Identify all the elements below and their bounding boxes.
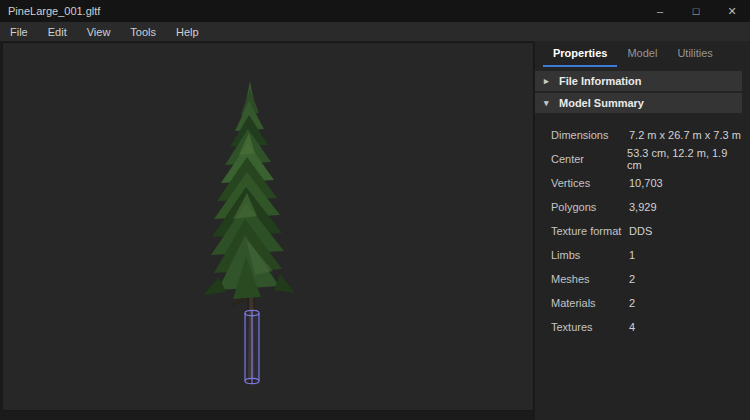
row-meshes: Meshes 2 xyxy=(551,267,742,291)
title-bar: PineLarge_001.gltf – □ ✕ xyxy=(0,0,750,22)
menu-edit[interactable]: Edit xyxy=(38,22,77,41)
menu-help[interactable]: Help xyxy=(166,22,209,41)
row-label: Vertices xyxy=(551,177,629,189)
row-value: 2 xyxy=(629,297,635,309)
row-materials: Materials 2 xyxy=(551,291,742,315)
model-viewport[interactable] xyxy=(2,42,534,411)
section-title: File Information xyxy=(559,75,642,87)
row-value: 3,929 xyxy=(629,201,657,213)
row-value: 4 xyxy=(629,321,635,333)
row-value: 10,703 xyxy=(629,177,663,189)
tab-model[interactable]: Model xyxy=(617,41,667,67)
close-button[interactable]: ✕ xyxy=(714,0,750,22)
menu-file[interactable]: File xyxy=(0,22,38,41)
menu-bar: File Edit View Tools Help xyxy=(0,22,750,41)
row-texture-format: Texture format DDS xyxy=(551,219,742,243)
row-label: Textures xyxy=(551,321,629,333)
pine-tree-model xyxy=(3,43,534,411)
row-label: Polygons xyxy=(551,201,629,213)
chevron-down-icon: ▾ xyxy=(544,98,552,108)
row-label: Limbs xyxy=(551,249,629,261)
row-label: Center xyxy=(551,153,627,165)
row-value: DDS xyxy=(629,225,652,237)
menu-tools[interactable]: Tools xyxy=(120,22,166,41)
window-title: PineLarge_001.gltf xyxy=(0,5,642,17)
section-file-information[interactable]: ▸ File Information xyxy=(535,71,742,91)
row-label: Texture format xyxy=(551,225,629,237)
row-polygons: Polygons 3,929 xyxy=(551,195,742,219)
row-label: Materials xyxy=(551,297,629,309)
window-controls: – □ ✕ xyxy=(642,0,750,22)
row-label: Dimensions xyxy=(551,129,629,141)
panel-tabs: Properties Model Utilities xyxy=(535,41,742,67)
row-value: 2 xyxy=(629,273,635,285)
main-content: Properties Model Utilities ▸ File Inform… xyxy=(0,41,750,420)
section-title: Model Summary xyxy=(559,97,644,109)
row-value: 53.3 cm, 12.2 m, 1.9 cm xyxy=(627,147,742,171)
row-dimensions: Dimensions 7.2 m x 26.7 m x 7.3 m xyxy=(551,123,742,147)
row-vertices: Vertices 10,703 xyxy=(551,171,742,195)
section-model-summary[interactable]: ▾ Model Summary xyxy=(535,93,742,113)
row-textures: Textures 4 xyxy=(551,315,742,339)
maximize-button[interactable]: □ xyxy=(678,0,714,22)
model-summary-rows: Dimensions 7.2 m x 26.7 m x 7.3 m Center… xyxy=(535,115,742,339)
row-limbs: Limbs 1 xyxy=(551,243,742,267)
menu-view[interactable]: View xyxy=(77,22,121,41)
row-center: Center 53.3 cm, 12.2 m, 1.9 cm xyxy=(551,147,742,171)
minimize-button[interactable]: – xyxy=(642,0,678,22)
tab-properties[interactable]: Properties xyxy=(543,41,617,67)
row-value: 7.2 m x 26.7 m x 7.3 m xyxy=(629,129,741,141)
row-label: Meshes xyxy=(551,273,629,285)
properties-panel: Properties Model Utilities ▸ File Inform… xyxy=(535,41,750,420)
row-value: 1 xyxy=(629,249,635,261)
chevron-right-icon: ▸ xyxy=(544,76,552,86)
tab-utilities[interactable]: Utilities xyxy=(667,41,722,67)
